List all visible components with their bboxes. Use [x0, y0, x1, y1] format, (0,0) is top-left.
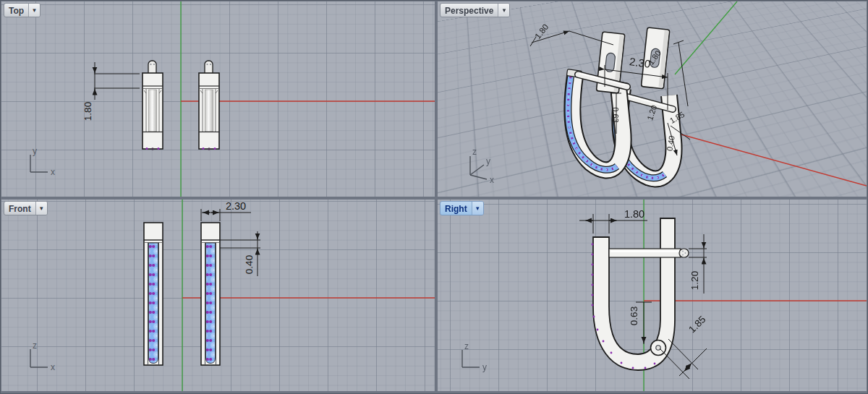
viewport-tab-top[interactable]: Top ▾: [4, 3, 41, 17]
dim-text: 1.85: [686, 314, 707, 335]
viewport-tab-right[interactable]: Right ▾: [440, 201, 484, 215]
viewport-right[interactable]: 1.80 1.20 0.63: [438, 200, 867, 391]
dim-text: 0.63: [629, 307, 639, 325]
viewport-top-canvas: 1.80 y x: [1, 1, 435, 197]
earring-post-pin[interactable]: [609, 249, 681, 257]
viewport-front-canvas: 2.30 0.40 z x: [1, 200, 435, 391]
chevron-down-icon[interactable]: ▾: [498, 4, 509, 17]
chevron-down-icon[interactable]: ▾: [28, 4, 40, 17]
viewport-perspective[interactable]: 1.80 2.30 1.80 1.20 0.63 0.40 1.85: [438, 1, 867, 197]
x-axis-line: [665, 130, 867, 186]
dim-front-gap: 0.40: [220, 231, 260, 276]
svg-text:x: x: [490, 175, 494, 185]
viewport-front[interactable]: 2.30 0.40 z x Front ▾: [1, 200, 435, 391]
earring-top-view[interactable]: [142, 61, 163, 150]
axis-icon-right: z y: [462, 341, 487, 372]
viewport-tab-perspective[interactable]: Perspective ▾: [440, 3, 510, 17]
earring-right-view[interactable]: [592, 218, 689, 370]
svg-text:x: x: [51, 167, 55, 177]
earring-top-view-2[interactable]: [199, 61, 219, 150]
dim-right-width: 1.80: [579, 208, 647, 234]
viewport-perspective-canvas: 1.80 2.30 1.80 1.20 0.63 0.40 1.85: [438, 1, 867, 197]
viewport-tab-label: Perspective: [441, 4, 498, 17]
dim-top-block: 1.80: [82, 62, 140, 121]
svg-text:z: z: [33, 341, 37, 351]
dim-text: 2.30: [226, 200, 246, 212]
svg-text:y: y: [33, 146, 37, 156]
dim-front-width: 2.30: [201, 200, 251, 221]
dim-text: 1.80: [82, 102, 93, 121]
axis-icon-top: y x: [30, 146, 55, 177]
viewport-right-canvas: 1.80 1.20 0.63: [438, 200, 867, 391]
svg-text:y: y: [482, 362, 487, 372]
chevron-down-icon[interactable]: ▾: [35, 202, 47, 215]
dim-right-drop: 0.63: [629, 302, 652, 344]
chevron-down-icon[interactable]: ▾: [472, 202, 483, 215]
viewport-tab-label: Right: [441, 202, 472, 215]
earring-3d-left[interactable]: [566, 32, 627, 170]
viewport-top[interactable]: 1.80 y x Top ▾: [1, 1, 435, 197]
cad-window: 1.80 y x Top ▾: [0, 0, 868, 394]
y-axis-line: [675, 1, 737, 74]
svg-text:0.63: 0.63: [611, 107, 620, 122]
earring-front-view-2[interactable]: [201, 223, 220, 365]
viewport-tab-front[interactable]: Front ▾: [4, 201, 48, 215]
svg-text:z: z: [472, 147, 477, 157]
dim-right-pin: 1.20: [689, 234, 707, 294]
axis-icon-front: z x: [30, 341, 55, 372]
viewport-tab-label: Top: [4, 4, 28, 17]
earring-front-view[interactable]: [144, 223, 163, 365]
dim-text: 1.20: [689, 271, 700, 290]
svg-text:y: y: [486, 156, 490, 166]
svg-text:z: z: [464, 341, 469, 351]
svg-text:x: x: [51, 362, 55, 372]
dim-text: 1.80: [624, 208, 644, 220]
axis-icon-perspective: z y x: [470, 147, 494, 185]
svg-text:1.20: 1.20: [645, 104, 658, 121]
viewport-tab-label: Front: [4, 202, 35, 215]
dim-text: 0.40: [244, 255, 255, 274]
